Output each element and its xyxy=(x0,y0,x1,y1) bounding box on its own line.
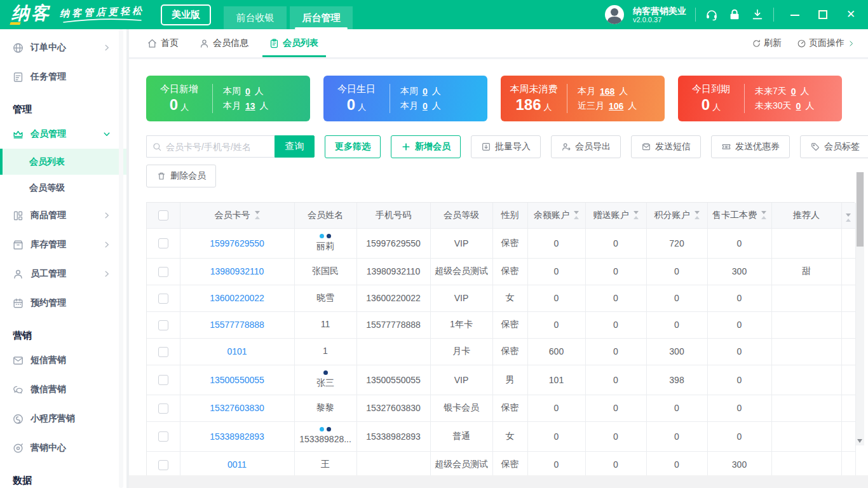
search-button[interactable]: 查询 xyxy=(275,135,315,158)
发送短信-button[interactable]: 发送短信 xyxy=(631,135,701,158)
cell-fee: 0 xyxy=(707,338,771,365)
发送优惠券-button[interactable]: 发送优惠券 xyxy=(711,135,790,158)
sort-control[interactable] xyxy=(574,211,579,219)
miniprogram-icon xyxy=(12,413,24,425)
stat-detail-value[interactable]: 0 xyxy=(796,101,801,111)
edition-badge[interactable]: 美业版 xyxy=(161,4,211,25)
sidebar-item-微信营销[interactable]: 微信营销 xyxy=(0,375,126,404)
scroll-down-arrow[interactable] xyxy=(857,439,862,443)
member-card-link[interactable]: 15577778888 xyxy=(210,320,264,330)
member-card-link[interactable]: 0011 xyxy=(227,459,247,470)
avatar[interactable] xyxy=(605,5,624,24)
row-checkbox[interactable] xyxy=(158,403,168,414)
stat-detail-value[interactable]: 168 xyxy=(600,86,614,97)
column-header-balance[interactable]: 余额账户 xyxy=(527,203,585,228)
download-icon[interactable] xyxy=(750,8,764,22)
cell-fee: 300 xyxy=(707,451,771,478)
close-button[interactable]: ✕ xyxy=(845,9,857,20)
sidebar-item-库存管理[interactable]: 库存管理 xyxy=(0,230,126,259)
row-checkbox[interactable] xyxy=(158,375,168,385)
search-input[interactable] xyxy=(166,142,281,152)
sort-control[interactable] xyxy=(846,214,851,222)
sidebar-item-任务管理[interactable]: 任务管理 xyxy=(0,62,126,92)
stat-detail-value[interactable]: 0 xyxy=(245,86,250,97)
sidebar-item-label: 微信营销 xyxy=(31,384,66,395)
column-header-points[interactable]: 积分账户 xyxy=(646,203,707,228)
column-label: 手机号码 xyxy=(376,210,411,221)
批量导入-button[interactable]: 批量导入 xyxy=(471,135,541,158)
row-checkbox[interactable] xyxy=(158,238,168,248)
stat-detail-value[interactable]: 0 xyxy=(423,101,428,111)
column-header-fee[interactable]: 售卡工本费 xyxy=(707,203,771,228)
headset-icon[interactable] xyxy=(705,8,719,22)
sidebar-item-短信营销[interactable]: 短信营销 xyxy=(0,346,126,375)
stat-detail-value[interactable]: 13 xyxy=(245,101,255,111)
horizontal-scroll-area[interactable] xyxy=(129,475,868,488)
member-card-link[interactable]: 15338982893 xyxy=(210,431,264,442)
sidebar-item-小程序营销[interactable]: 小程序营销 xyxy=(0,404,126,433)
新增会员-button[interactable]: 新增会员 xyxy=(391,135,461,158)
minimize-button[interactable] xyxy=(789,9,801,20)
member-card-link[interactable]: 0101 xyxy=(227,346,247,356)
page-tab-会员列表[interactable]: 会员列表 xyxy=(269,29,318,57)
sidebar-item-商品管理[interactable]: 商品管理 xyxy=(0,201,126,230)
cell-clipped xyxy=(841,338,855,365)
sort-control[interactable] xyxy=(761,211,766,219)
column-header-gender: 性别 xyxy=(492,203,527,228)
stat-card-本周未消费: 本周未消费186人本月168人近三月106人 xyxy=(501,76,665,121)
sidebar-item-预约管理[interactable]: 预约管理 xyxy=(0,288,126,318)
row-checkbox[interactable] xyxy=(158,460,168,470)
stat-detail-value[interactable]: 106 xyxy=(609,101,623,111)
cell-points: 0 xyxy=(646,285,707,311)
stat-detail-row: 近三月106人 xyxy=(578,100,665,112)
sidebar-item-订单中心[interactable]: 订单中心 xyxy=(0,33,126,62)
scrollbar-thumb[interactable] xyxy=(857,172,864,247)
sidebar-scrollbar[interactable] xyxy=(119,29,123,488)
member-card-link[interactable]: 13600220022 xyxy=(210,293,264,303)
row-select-cell xyxy=(147,311,180,338)
row-checkbox[interactable] xyxy=(158,267,168,277)
member-card-link[interactable]: 15327603830 xyxy=(210,403,264,413)
会员导出-button[interactable]: 会员导出 xyxy=(551,135,621,158)
column-header-gift[interactable]: 赠送账户 xyxy=(585,203,646,228)
sort-control[interactable] xyxy=(255,211,260,219)
row-checkbox[interactable] xyxy=(158,320,168,330)
stat-value: 0人 xyxy=(323,95,390,114)
row-checkbox[interactable] xyxy=(158,294,168,304)
maximize-button[interactable] xyxy=(817,9,829,20)
vertical-scrollbar[interactable] xyxy=(856,172,864,445)
cell-fee: 0 xyxy=(707,421,771,451)
member-tag-dots xyxy=(295,234,356,240)
button-label: 更多筛选 xyxy=(335,141,370,152)
page-tab-首页[interactable]: 首页 xyxy=(147,29,179,57)
stat-detail-row: 未来30天0人 xyxy=(755,100,842,112)
page-tab-会员信息[interactable]: 会员信息 xyxy=(199,29,248,57)
titlebar-tabs: 前台收银后台管理 xyxy=(224,6,353,29)
member-card-link[interactable]: 15997629550 xyxy=(210,238,264,248)
sidebar-item-会员列表[interactable]: 会员列表 xyxy=(0,149,126,175)
column-header-card[interactable]: 会员卡号 xyxy=(180,203,294,228)
stat-detail-value[interactable]: 0 xyxy=(791,86,796,97)
会员标签-button[interactable]: 会员标签 xyxy=(800,135,868,158)
refresh-button[interactable]: 刷新 xyxy=(752,37,782,49)
titlebar-tab-后台管理[interactable]: 后台管理 xyxy=(290,6,353,29)
sidebar-item-营销中心[interactable]: 营销中心 xyxy=(0,433,126,463)
stat-detail-value[interactable]: 0 xyxy=(423,86,428,97)
sort-control[interactable] xyxy=(695,211,700,219)
lock-icon[interactable] xyxy=(728,8,742,22)
删除会员-button[interactable]: 删除会员 xyxy=(146,165,216,187)
row-checkbox[interactable] xyxy=(158,347,168,357)
sidebar-item-会员管理[interactable]: 会员管理 xyxy=(0,119,126,149)
row-checkbox[interactable] xyxy=(158,431,168,442)
sidebar-item-会员等级[interactable]: 会员等级 xyxy=(0,175,126,201)
member-card-link[interactable]: 13980932110 xyxy=(210,266,264,276)
更多筛选-button[interactable]: 更多筛选 xyxy=(325,135,381,158)
page-ops-label: 页面操作 xyxy=(809,37,844,49)
refresh-icon xyxy=(752,39,761,48)
titlebar-tab-前台收银[interactable]: 前台收银 xyxy=(224,6,287,29)
select-all-checkbox[interactable] xyxy=(158,210,168,220)
member-card-link[interactable]: 13500550055 xyxy=(210,375,264,385)
page-ops-button[interactable]: 页面操作 xyxy=(797,37,855,49)
sort-control[interactable] xyxy=(634,211,639,219)
sidebar-item-员工管理[interactable]: 员工管理 xyxy=(0,259,126,288)
